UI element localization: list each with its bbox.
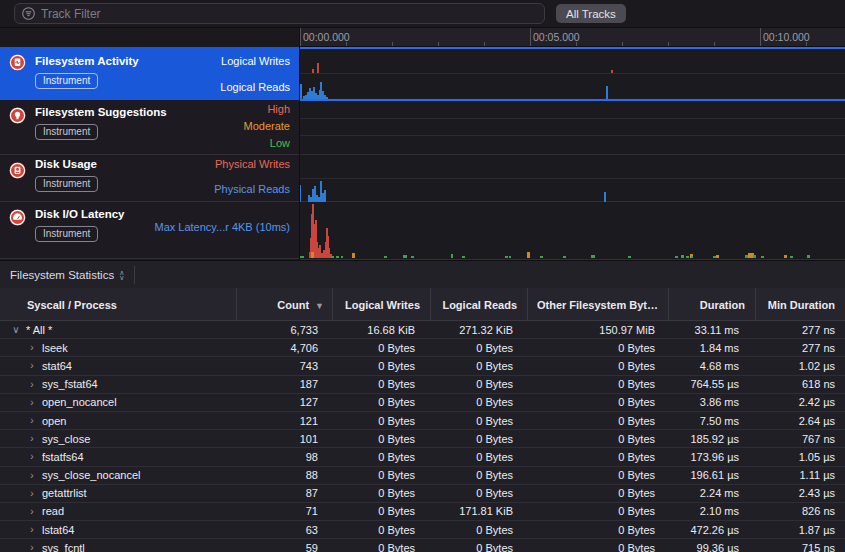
cell-count: 187: [236, 378, 332, 390]
cell-duration: 2.24 ms: [668, 487, 755, 499]
syscall-name: sys_fcntl: [42, 542, 85, 552]
ruler-tick: [760, 28, 761, 46]
cell-min_duration: 2.64 µs: [755, 415, 845, 427]
ruler-tick: [714, 42, 715, 46]
cell-count: 71: [236, 505, 332, 517]
table-row[interactable]: ›getattrlist870 Bytes0 Bytes0 Bytes2.24 …: [0, 485, 845, 503]
cell-min_duration: 618 ns: [755, 378, 845, 390]
table-row[interactable]: ›read710 Bytes171.81 KiB0 Bytes2.10 ms82…: [0, 503, 845, 521]
cell-logical_writes: 0 Bytes: [332, 342, 430, 354]
cell-min_duration: 826 ns: [755, 505, 845, 517]
column-header-logical-reads[interactable]: Logical Reads: [430, 288, 527, 321]
lane-label-logical-reads: Logical Reads: [220, 81, 290, 93]
syscall-name: read: [42, 505, 64, 517]
cell-logical_writes: 0 Bytes: [332, 469, 430, 481]
cell-logical_reads: 0 Bytes: [430, 360, 527, 372]
column-header-logical-writes[interactable]: Logical Writes: [332, 288, 430, 321]
cell-logical_reads: 0 Bytes: [430, 396, 527, 408]
cell-min_duration: 1.02 µs: [755, 360, 845, 372]
chart-bar: [675, 256, 678, 258]
cell-duration: 3.86 ms: [668, 396, 755, 408]
cell-logical_reads: 0 Bytes: [430, 415, 527, 427]
track-row-disk-usage[interactable]: Disk Usage Instrument Physical Writes Ph…: [0, 155, 299, 202]
chart-bar: [451, 254, 453, 258]
disclosure-collapsed-icon[interactable]: ›: [28, 506, 36, 517]
disk-io-latency-icon: [9, 209, 26, 226]
table-row[interactable]: ›sys_close1010 Bytes0 Bytes0 Bytes185.92…: [0, 430, 845, 448]
ruler-tick: [622, 42, 623, 46]
chart-bar: [681, 255, 684, 258]
disclosure-collapsed-icon[interactable]: ›: [28, 360, 36, 371]
cell-logical_writes: 16.68 KiB: [332, 324, 430, 336]
table-row[interactable]: ›sys_fstat641870 Bytes0 Bytes0 Bytes764.…: [0, 376, 845, 394]
cell-logical_reads: 171.81 KiB: [430, 505, 527, 517]
chart-bar: [753, 255, 756, 258]
disclosure-collapsed-icon[interactable]: ›: [28, 524, 36, 535]
cell-other: 150.97 MiB: [527, 324, 668, 336]
disclosure-collapsed-icon[interactable]: ›: [28, 542, 36, 552]
table-row[interactable]: ›open_nocancel1270 Bytes0 Bytes0 Bytes3.…: [0, 394, 845, 412]
column-header-min-duration[interactable]: Min Duration: [755, 288, 845, 321]
cell-other: 0 Bytes: [527, 542, 668, 552]
table-row[interactable]: ›stat647430 Bytes0 Bytes0 Bytes4.68 ms1.…: [0, 357, 845, 375]
chart-bar: [300, 256, 304, 258]
table-row[interactable]: ›open1210 Bytes0 Bytes0 Bytes7.50 ms2.64…: [0, 412, 845, 430]
cell-other: 0 Bytes: [527, 487, 668, 499]
track-row-disk-io-latency[interactable]: Disk I/O Latency Instrument Max Latency.…: [0, 202, 299, 259]
table-row[interactable]: ›sys_close_nocancel880 Bytes0 Bytes0 Byt…: [0, 467, 845, 485]
cell-logical_reads: 0 Bytes: [430, 469, 527, 481]
all-tracks-button[interactable]: All Tracks: [556, 4, 626, 23]
table-row[interactable]: ∨* All *6,73316.68 KiB271.32 KiB150.97 M…: [0, 321, 845, 339]
column-header-syscall-process[interactable]: Syscall / Process: [0, 288, 236, 321]
chart-bar: [691, 256, 693, 258]
chart-bar: [563, 256, 566, 258]
track-row-filesystem-suggestions[interactable]: Filesystem Suggestions Instrument High M…: [0, 100, 299, 155]
disclosure-collapsed-icon[interactable]: ›: [28, 470, 36, 481]
column-header-other-filesystem[interactable]: Other Filesystem Byt…: [527, 288, 668, 321]
cell-duration: 7.50 ms: [668, 415, 755, 427]
track-filter-input[interactable]: Track Filter: [14, 3, 545, 24]
chart-bar: [591, 255, 595, 258]
cell-other: 0 Bytes: [527, 469, 668, 481]
track-separator: [300, 201, 845, 202]
track-row-filesystem-activity[interactable]: Filesystem Activity Instrument Logical W…: [0, 47, 299, 100]
disclosure-collapsed-icon[interactable]: ›: [28, 379, 36, 390]
chart-bar: [384, 256, 387, 258]
cell-logical_writes: 0 Bytes: [332, 505, 430, 517]
disclosure-collapsed-icon[interactable]: ›: [28, 342, 36, 353]
cell-other: 0 Bytes: [527, 360, 668, 372]
disclosure-collapsed-icon[interactable]: ›: [28, 488, 36, 499]
lane-separator: [300, 178, 845, 179]
statistics-table: Syscall / Process Count▼ Logical Writes …: [0, 288, 845, 552]
cell-count: 59: [236, 542, 332, 552]
table-row[interactable]: ›lseek4,7060 Bytes0 Bytes0 Bytes1.84 ms2…: [0, 339, 845, 357]
disclosure-collapsed-icon[interactable]: ›: [28, 397, 36, 408]
cell-count: 63: [236, 524, 332, 536]
timeline-ruler[interactable]: 00:00.00000:05.00000:10.000: [0, 28, 845, 47]
lane-label-max-latency: Max Latency...r 4KB (10ms): [154, 221, 290, 233]
cell-logical_reads: 0 Bytes: [430, 433, 527, 445]
table-row[interactable]: ›lstat64630 Bytes0 Bytes0 Bytes472.26 µs…: [0, 521, 845, 539]
disclosure-collapsed-icon[interactable]: ›: [28, 433, 36, 444]
disclosure-expanded-icon[interactable]: ∨: [12, 324, 20, 335]
syscall-name: lseek: [42, 342, 68, 354]
column-header-count[interactable]: Count▼: [236, 288, 332, 321]
cell-count: 121: [236, 415, 332, 427]
lane-separator: [300, 135, 845, 136]
column-header-duration[interactable]: Duration: [668, 288, 755, 321]
cell-duration: 4.68 ms: [668, 360, 755, 372]
chart-bar: [807, 255, 810, 258]
chart-bar: [527, 252, 530, 258]
disclosure-collapsed-icon[interactable]: ›: [28, 451, 36, 462]
table-row[interactable]: ›sys_fcntl590 Bytes0 Bytes0 Bytes99.36 µ…: [0, 539, 845, 552]
syscall-name: open: [42, 415, 66, 427]
cell-logical_writes: 0 Bytes: [332, 487, 430, 499]
ruler-time-label: 00:00.000: [303, 31, 350, 43]
detail-view-selector[interactable]: Filesystem Statistics ∧∨: [0, 266, 135, 284]
filesystem-activity-icon: [9, 54, 26, 71]
chart-bar: [686, 256, 689, 258]
cell-count: 743: [236, 360, 332, 372]
disclosure-collapsed-icon[interactable]: ›: [28, 415, 36, 426]
table-row[interactable]: ›fstatfs64980 Bytes0 Bytes0 Bytes173.96 …: [0, 448, 845, 466]
chart-bar: [331, 256, 334, 258]
